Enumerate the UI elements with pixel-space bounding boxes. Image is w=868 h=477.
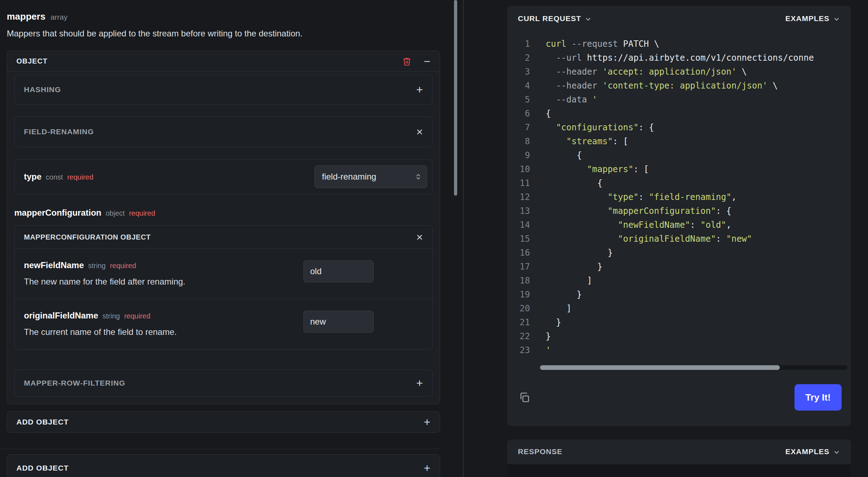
select-stepper-icon — [414, 172, 423, 181]
property-name: newFieldName — [24, 260, 84, 270]
pane-divider — [463, 0, 464, 477]
add-object-label: ADD OBJECT — [16, 418, 69, 426]
add-object-label: ADD OBJECT — [16, 464, 69, 472]
line-number: 17 — [507, 260, 530, 274]
add-object-plus-icon[interactable]: + — [424, 462, 430, 474]
line-number: 13 — [507, 204, 530, 218]
originalfieldname-input[interactable] — [303, 311, 374, 333]
code-line: 15 "originalFieldName": "new" — [507, 232, 851, 246]
code-footer: Try It! — [507, 370, 851, 411]
examples-dropdown[interactable]: EXAMPLES — [785, 14, 840, 23]
chevron-down-icon — [585, 16, 592, 23]
line-number: 8 — [507, 135, 530, 149]
collapse-object-icon[interactable]: − — [424, 56, 430, 67]
object-panel-title: OBJECT — [16, 57, 47, 65]
section-mapper-row-filtering[interactable]: MAPPER-ROW-FILTERING + — [14, 370, 433, 397]
line-number: 6 — [507, 107, 530, 121]
code-line: 6{ — [507, 107, 851, 121]
response-header: RESPONSE EXAMPLES — [507, 440, 851, 464]
code-horizontal-scrollbar-thumb[interactable] — [540, 365, 780, 370]
code-line: 14 "newFieldName": "old", — [507, 218, 851, 232]
type-property-label: type const required — [24, 172, 94, 182]
expand-row-filtering-icon[interactable]: + — [416, 377, 423, 389]
property-required-badge: required — [124, 312, 150, 320]
line-number: 21 — [507, 316, 530, 330]
code-line: 23' — [507, 343, 851, 357]
line-number: 18 — [507, 274, 530, 288]
property-description: The new name for the field after renamin… — [24, 276, 185, 287]
section-field-renaming-header[interactable]: FIELD-RENAMING × — [14, 116, 433, 147]
curl-request-panel: CURL REQUEST EXAMPLES 1curl --request PA… — [507, 6, 851, 426]
code-line: 1curl --request PATCH \ — [507, 37, 851, 51]
property-kind: const — [46, 173, 63, 181]
field-renaming-title: FIELD-RENAMING — [24, 127, 94, 136]
code-line: 22} — [507, 330, 851, 343]
field-type: array — [50, 11, 67, 23]
try-it-button[interactable]: Try It! — [794, 384, 842, 411]
code-line: 11 { — [507, 176, 851, 190]
code-line: 9 { — [507, 149, 851, 162]
code-line: 7 "configurations": { — [507, 121, 851, 135]
line-number: 9 — [507, 149, 530, 162]
add-object-button-bottom[interactable]: ADD OBJECT + — [7, 454, 440, 477]
expand-hashing-icon[interactable]: + — [416, 84, 423, 95]
property-required-badge: required — [129, 208, 155, 219]
code-horizontal-scrollbar[interactable] — [540, 365, 847, 370]
hashing-title: HASHING — [24, 85, 61, 94]
line-number: 12 — [507, 190, 530, 204]
property-required-badge: required — [67, 173, 93, 181]
field-name: mappers — [7, 11, 45, 22]
curl-request-header: CURL REQUEST EXAMPLES — [507, 6, 851, 23]
property-kind: object — [106, 208, 125, 219]
line-number: 23 — [507, 343, 530, 357]
section-divider — [0, 449, 440, 449]
field-description: Mappers that should be applied to the st… — [7, 28, 440, 39]
copy-icon[interactable] — [519, 392, 530, 403]
type-select[interactable]: field-renaming — [314, 165, 427, 188]
response-examples-label: EXAMPLES — [785, 447, 829, 456]
code-line: 5 --data ' — [507, 93, 851, 107]
line-number: 2 — [507, 51, 530, 65]
field-title-row: mappers array — [7, 11, 440, 23]
response-examples-dropdown[interactable]: EXAMPLES — [785, 447, 840, 456]
line-number: 1 — [507, 37, 530, 51]
line-number: 20 — [507, 302, 530, 316]
code-line: 2 --url https://api.airbyte.com/v1/conne… — [507, 51, 851, 65]
add-object-plus-icon[interactable]: + — [424, 416, 430, 428]
line-number: 11 — [507, 176, 530, 190]
code-line: 20 ] — [507, 302, 851, 316]
property-name: type — [24, 172, 41, 182]
add-object-button[interactable]: ADD OBJECT + — [7, 411, 440, 433]
close-mapper-configuration-icon[interactable]: × — [416, 231, 423, 243]
code-line: 10 "mappers": [ — [507, 162, 851, 176]
object-panel-header: OBJECT − — [7, 51, 440, 72]
chevron-down-icon — [833, 449, 840, 456]
property-row-newfieldname: newFieldName string required The new nam… — [15, 249, 432, 299]
code-line: 3 --header 'accept: application/json' \ — [507, 65, 851, 79]
line-number: 15 — [507, 232, 530, 246]
left-pane-scrollbar-thumb[interactable] — [454, 0, 457, 196]
line-number: 7 — [507, 121, 530, 135]
mapper-configuration-panel-title: MAPPERCONFIGURATION OBJECT — [24, 233, 151, 241]
curl-request-dropdown[interactable]: CURL REQUEST — [518, 14, 592, 23]
section-hashing[interactable]: HASHING + — [14, 75, 433, 105]
response-title: RESPONSE — [518, 447, 562, 456]
chevron-down-icon — [833, 16, 840, 23]
type-select-value: field-renaming — [322, 172, 376, 182]
code-block: 1curl --request PATCH \2 --url https://a… — [507, 37, 851, 357]
trash-icon[interactable] — [402, 57, 412, 66]
property-description: The current name of the field to rename. — [24, 326, 177, 338]
line-number: 4 — [507, 79, 530, 93]
property-kind: string — [88, 262, 106, 270]
code-line: 12 "type": "field-renaming", — [507, 190, 851, 204]
code-line: 13 "mapperConfiguration": { — [507, 204, 851, 218]
object-panel-body: HASHING + FIELD-RENAMING × type const re… — [7, 72, 440, 404]
line-number: 16 — [507, 246, 530, 260]
close-field-renaming-icon[interactable]: × — [416, 126, 423, 137]
code-line: 17 } — [507, 260, 851, 274]
schema-pane: mappers array Mappers that should be app… — [7, 0, 440, 477]
newfieldname-input[interactable] — [303, 260, 374, 282]
line-number: 3 — [507, 65, 530, 79]
line-number: 10 — [507, 162, 530, 176]
code-line: 21 } — [507, 316, 851, 330]
